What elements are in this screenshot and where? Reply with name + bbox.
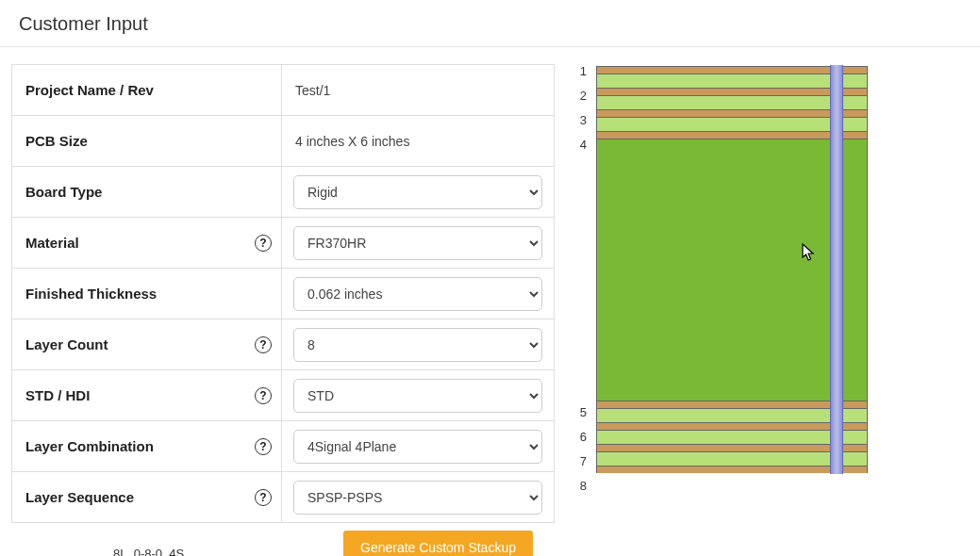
layer-count-help-icon[interactable]: ?: [255, 336, 272, 353]
prepreg-1: [596, 74, 868, 88]
material-label: Material ?: [12, 218, 282, 269]
layer-num-8: 8: [573, 479, 587, 493]
prepreg-2: [596, 117, 868, 131]
core-2: [596, 430, 868, 444]
page-title: Customer Input: [0, 0, 980, 47]
pcb-size-label: PCB Size: [12, 116, 282, 167]
layer-num-7: 7: [573, 454, 587, 468]
layer-num-4: 4: [573, 138, 587, 152]
layer-sequence-select[interactable]: SPSP-PSPS: [293, 481, 542, 515]
layer-1-copper: [596, 66, 868, 74]
finished-thickness-label: Finished Thickness: [12, 269, 282, 319]
project-name-value: Test/1: [282, 65, 555, 116]
finished-thickness-select[interactable]: 0.062 inches: [293, 277, 542, 311]
layer-count-label: Layer Count ?: [12, 319, 282, 370]
layer-num-5: 5: [573, 405, 587, 419]
material-help-icon[interactable]: ?: [255, 235, 272, 252]
layer-2-copper: [596, 88, 868, 95]
board-type-select[interactable]: Rigid: [293, 175, 542, 209]
prepreg-3: [596, 408, 868, 422]
layer-combination-label: Layer Combination ?: [12, 421, 282, 472]
layer-3-copper: [596, 109, 868, 117]
layer-combination-help-icon[interactable]: ?: [255, 438, 272, 455]
through-via: [830, 65, 843, 474]
layer-num-1: 1: [573, 64, 587, 78]
layer-num-2: 2: [573, 89, 587, 103]
layer-4-copper: [596, 131, 868, 139]
layer-5-copper: [596, 401, 868, 408]
layer-num-3: 3: [573, 113, 587, 127]
layer-combination-select[interactable]: 4Signal 4Plane: [293, 430, 542, 464]
std-hdi-select[interactable]: STD: [293, 379, 542, 413]
project-name-label: Project Name / Rev: [12, 65, 282, 116]
layer-sequence-help-icon[interactable]: ?: [255, 489, 272, 506]
board-type-label: Board Type: [12, 167, 282, 218]
layer-count-select[interactable]: 8: [293, 328, 542, 362]
layer-sequence-label: Layer Sequence ?: [12, 472, 282, 523]
generate-button[interactable]: Generate Custom Stackup: [343, 531, 533, 556]
layer-num-6: 6: [573, 430, 587, 444]
customer-input-table: Project Name / Rev Test/1 PCB Size 4 inc…: [11, 64, 555, 523]
layer-7-copper: [596, 444, 868, 451]
material-select[interactable]: FR370HR: [293, 226, 542, 260]
std-hdi-label: STD / HDI ?: [12, 370, 282, 421]
layer-8-copper: [596, 466, 868, 473]
core-center: [596, 139, 868, 401]
std-hdi-help-icon[interactable]: ?: [255, 387, 272, 404]
layer-6-copper: [596, 422, 868, 430]
pcb-size-value: 4 inches X 6 inches: [282, 116, 555, 167]
core-1: [596, 95, 868, 109]
prepreg-4: [596, 451, 868, 466]
stackup-visualization: 1 2 3 4 5 6 7 8: [592, 66, 885, 473]
stackup-code: 8L_0-8-0_4S: [113, 547, 184, 557]
